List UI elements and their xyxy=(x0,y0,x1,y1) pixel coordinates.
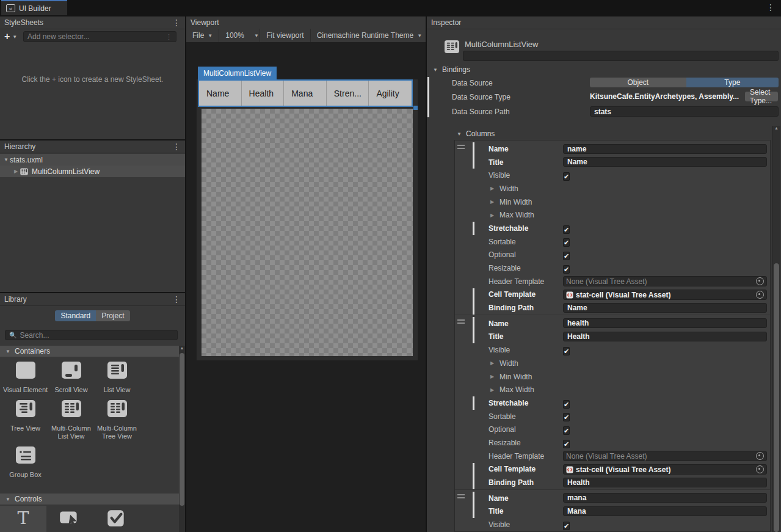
property-foldout[interactable]: ▶ Min Width xyxy=(489,198,532,206)
property-text-input[interactable]: Name xyxy=(563,303,767,313)
cell-template-object-field[interactable]: stat-cell (Visual Tree Asset) xyxy=(563,464,767,475)
library-control-button[interactable] xyxy=(46,506,93,532)
object-picker-icon[interactable] xyxy=(756,277,764,285)
selected-element-label[interactable]: MultiColumnListView xyxy=(198,67,277,79)
file-menu-button[interactable]: File▼ xyxy=(186,29,219,42)
scroll-up-icon[interactable]: ▲ xyxy=(772,126,780,130)
property-label: Sortable xyxy=(489,238,516,246)
fit-viewport-button[interactable]: Fit viewport xyxy=(260,29,310,42)
selection-resize-handle[interactable] xyxy=(413,106,418,110)
controls-fold-icon[interactable]: ▼ xyxy=(4,497,12,502)
bindings-foldout[interactable]: ▼ Bindings xyxy=(432,65,470,74)
select-type-button[interactable]: Select Type... xyxy=(745,92,778,101)
bindings-section-label: Bindings xyxy=(442,65,470,74)
property-foldout[interactable]: ▶ Max Width xyxy=(489,385,534,394)
property-checkbox[interactable]: ✔ xyxy=(563,413,570,421)
object-picker-icon[interactable] xyxy=(756,291,764,299)
library-search-input[interactable]: 🔍 Search... xyxy=(5,330,178,340)
library-item[interactable]: Group Box xyxy=(2,444,48,479)
canvas-region[interactable]: MultiColumnListView NameHealthManaStren.… xyxy=(186,42,426,532)
add-stylesheet-button[interactable]: + xyxy=(4,32,10,41)
property-text-input[interactable]: Mana xyxy=(563,506,767,516)
columns-fold-icon: ▼ xyxy=(456,131,463,137)
canvas-column-header[interactable]: Agility xyxy=(369,81,412,106)
property-checkbox[interactable]: ✔ xyxy=(563,440,570,448)
library-item[interactable]: Multi-Column Tree View xyxy=(94,398,140,440)
header-template-object-field[interactable]: None (Visual Tree Asset) xyxy=(563,451,767,461)
hierarchy-child-row[interactable]: ▶ MultiColumnListView xyxy=(0,166,185,177)
canvas-column-header[interactable]: Mana xyxy=(284,81,327,106)
library-control-toggle[interactable] xyxy=(93,506,139,532)
property-checkbox[interactable]: ✔ xyxy=(563,400,570,409)
property-checkbox[interactable]: ✔ xyxy=(563,347,570,355)
property-checkbox[interactable]: ✔ xyxy=(563,225,570,234)
theme-dropdown[interactable]: Cinemachine Runtime Theme▼ xyxy=(311,29,426,42)
cell-template-object-field[interactable]: stat-cell (Visual Tree Asset) xyxy=(563,290,767,300)
property-checkbox[interactable]: ✔ xyxy=(563,252,570,260)
controls-section-header[interactable]: ▼ Controls xyxy=(0,494,179,505)
canvas-column-header[interactable]: Stren... xyxy=(327,81,369,106)
property-text-input[interactable]: Health xyxy=(563,478,767,487)
window-menu-icon[interactable]: ⋮ xyxy=(766,2,775,12)
add-stylesheet-caret-icon[interactable]: ▼ xyxy=(12,34,17,40)
library-item[interactable]: Tree View xyxy=(2,398,48,440)
hierarchy-root-row[interactable]: ▼ stats.uxml xyxy=(0,154,185,166)
root-expand-icon[interactable]: ▼ xyxy=(2,157,10,162)
inspector-scrollbar-thumb[interactable] xyxy=(774,263,779,532)
property-foldout[interactable]: ▶ Min Width xyxy=(489,373,532,381)
override-indicator xyxy=(473,317,474,330)
object-picker-icon[interactable] xyxy=(756,465,764,473)
property-checkbox[interactable]: ✔ xyxy=(563,172,570,181)
scroll-up-icon[interactable]: ▲ xyxy=(179,346,185,350)
multi-column-header-row[interactable]: NameHealthManaStren...Agility xyxy=(198,79,413,107)
property-foldout[interactable]: ▶ Max Width xyxy=(489,211,534,219)
data-source-path-input[interactable]: stats xyxy=(590,106,779,117)
element-name-input[interactable] xyxy=(463,51,779,61)
hierarchy-menu-icon[interactable]: ⋮ xyxy=(172,141,181,152)
canvas-column-header[interactable]: Health xyxy=(242,81,285,106)
library-menu-icon[interactable]: ⋮ xyxy=(172,294,181,305)
selector-options-icon[interactable]: ⋮ xyxy=(165,33,172,41)
tab-standard[interactable]: Standard xyxy=(55,310,96,321)
column-property-row: Visible✔ xyxy=(455,169,770,182)
stylesheets-menu-icon[interactable]: ⋮ xyxy=(172,17,181,28)
property-text-input[interactable]: mana xyxy=(563,493,767,503)
child-expand-icon[interactable]: ▶ xyxy=(12,169,20,174)
canvas-document[interactable]: MultiColumnListView NameHealthManaStren.… xyxy=(197,79,418,360)
column-property-row: Namehealth xyxy=(455,317,770,330)
property-checkbox[interactable]: ✔ xyxy=(563,426,570,435)
library-item[interactable]: Scroll View xyxy=(48,359,94,394)
canvas-column-header[interactable]: Name xyxy=(199,81,242,106)
type-toggle-button[interactable]: Type xyxy=(686,78,779,87)
header-template-object-field[interactable]: None (Visual Tree Asset) xyxy=(563,276,767,286)
property-foldout[interactable]: ▶ Width xyxy=(489,359,518,368)
tab-project[interactable]: Project xyxy=(96,310,129,321)
list-body-transparent-area[interactable] xyxy=(202,109,413,356)
add-selector-input[interactable]: Add new selector... ⋮ xyxy=(23,31,176,42)
viewport-title: Viewport xyxy=(191,18,219,27)
containers-section-header[interactable]: ▼ Containers xyxy=(0,346,179,357)
library-control-label[interactable]: T xyxy=(0,506,46,532)
property-text-input[interactable]: name xyxy=(563,144,767,154)
columns-foldout[interactable]: ▼ Columns xyxy=(456,129,495,138)
property-text-input[interactable]: Health xyxy=(563,332,767,341)
library-containers-grid: Visual Element Scroll View List View Tre… xyxy=(2,359,142,483)
library-scrollbar[interactable]: ▲ xyxy=(179,346,185,532)
ui-builder-tab[interactable]: ui UI Builder xyxy=(1,0,67,15)
property-text-input[interactable]: Name xyxy=(563,157,767,167)
property-checkbox[interactable]: ✔ xyxy=(563,522,570,530)
property-checkbox[interactable]: ✔ xyxy=(563,238,570,247)
library-item[interactable]: List View xyxy=(94,359,140,394)
property-foldout[interactable]: ▶ Width xyxy=(489,184,518,193)
visual-tree-asset-icon xyxy=(566,466,573,473)
library-item[interactable]: Visual Element xyxy=(2,359,48,394)
containers-fold-icon[interactable]: ▼ xyxy=(4,349,12,354)
zoom-dropdown[interactable]: 100%▼ xyxy=(219,29,260,42)
object-picker-icon[interactable] xyxy=(756,452,764,460)
inspector-scrollbar[interactable]: ▲ xyxy=(772,126,780,532)
library-scrollbar-thumb[interactable] xyxy=(180,353,184,506)
property-checkbox[interactable]: ✔ xyxy=(563,265,570,274)
property-text-input[interactable]: health xyxy=(563,318,767,328)
object-toggle-button[interactable]: Object xyxy=(590,78,686,87)
library-item[interactable]: Multi-Column List View xyxy=(48,398,94,440)
